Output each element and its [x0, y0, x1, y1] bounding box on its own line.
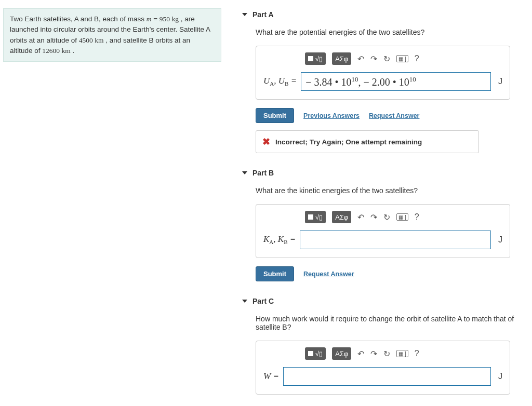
templates-button[interactable]: √▯ — [305, 52, 326, 65]
greek-button[interactable]: ΑΣφ — [332, 347, 351, 360]
part-a-answer-row: UA, UB = − 3.84 • 1010, − 2.00 • 1010 J — [263, 72, 502, 91]
templates-button[interactable]: √▯ — [305, 211, 326, 223]
help-icon[interactable]: ? — [415, 54, 419, 63]
altitude-a: 4500 — [79, 36, 93, 44]
part-a-header[interactable]: Part A — [242, 10, 522, 19]
part-c-header[interactable]: Part C — [242, 297, 522, 305]
mass-value: 950 — [159, 15, 170, 23]
part-a: Part A What are the potential energies o… — [242, 10, 522, 153]
answer-area: Part A What are the potential energies o… — [221, 5, 532, 406]
equation-toolbar: √▯ ΑΣφ ↶ ↷ ↻ ▦ ] ? — [305, 52, 502, 65]
greek-button[interactable]: ΑΣφ — [332, 211, 351, 223]
fraction-icon: √▯ — [315, 350, 323, 358]
equals: = — [151, 15, 159, 23]
part-b-var-label: KA, KB = — [263, 234, 296, 245]
part-b-input[interactable] — [300, 231, 491, 249]
incorrect-icon: ✖ — [262, 136, 270, 147]
undo-icon[interactable]: ↶ — [357, 212, 364, 222]
keyboard-icon[interactable]: ▦ ] — [396, 55, 408, 62]
reset-icon[interactable]: ↻ — [383, 212, 390, 222]
fraction-icon: √▯ — [315, 55, 323, 63]
part-b: Part B What are the kinetic energies of … — [242, 169, 522, 281]
submit-button[interactable]: Submit — [256, 108, 294, 123]
part-a-answer-block: √▯ ΑΣφ ↶ ↷ ↻ ▦ ] ? UA, UB = − 3.84 • 101… — [256, 46, 510, 100]
part-b-answer-block: √▯ ΑΣφ ↶ ↷ ↻ ▦ ] ? KA, KB = J — [256, 204, 510, 258]
km-unit-1: km — [93, 36, 104, 44]
keyboard-icon[interactable]: ▦ ] — [396, 350, 408, 357]
part-a-unit: J — [498, 77, 502, 86]
square-icon — [308, 351, 313, 356]
problem-text-1: Two Earth satellites, A and B, each of m… — [10, 15, 147, 23]
part-b-answer-row: KA, KB = J — [263, 231, 502, 249]
part-a-prompt: What are the potential energies of the t… — [256, 28, 522, 36]
part-c-title: Part C — [252, 297, 274, 305]
caret-down-icon — [242, 13, 247, 16]
caret-down-icon — [242, 171, 247, 174]
redo-icon[interactable]: ↷ — [370, 212, 377, 222]
problem-text-4: . — [71, 47, 75, 55]
part-a-feedback: ✖ Incorrect; Try Again; One attempt rema… — [256, 130, 479, 153]
part-c-prompt: How much work would it require to change… — [256, 315, 522, 331]
part-c: Part C How much work would it require to… — [242, 297, 522, 395]
undo-icon[interactable]: ↶ — [357, 349, 364, 359]
help-icon[interactable]: ? — [415, 212, 419, 222]
part-a-title: Part A — [252, 10, 274, 19]
fraction-icon: √▯ — [315, 213, 323, 221]
part-b-prompt: What are the kinetic energies of the two… — [256, 186, 522, 195]
part-c-answer-row: W = J — [263, 367, 502, 386]
submit-button[interactable]: Submit — [256, 266, 294, 281]
part-a-submit-row: Submit Previous Answers Request Answer — [256, 108, 522, 123]
feedback-text: Incorrect; Try Again; One attempt remain… — [275, 138, 422, 146]
part-c-var-label: W = — [263, 371, 279, 382]
caret-down-icon — [242, 300, 247, 303]
previous-answers-link[interactable]: Previous Answers — [303, 112, 360, 119]
square-icon — [308, 56, 313, 61]
problem-statement: Two Earth satellites, A and B, each of m… — [3, 8, 221, 62]
part-b-header[interactable]: Part B — [242, 169, 522, 177]
part-c-answer-block: √▯ ΑΣφ ↶ ↷ ↻ ▦ ] ? W = J — [256, 341, 510, 395]
request-answer-link[interactable]: Request Answer — [369, 112, 419, 119]
keyboard-icon[interactable]: ▦ ] — [396, 213, 408, 221]
part-a-var-label: UA, UB = — [263, 76, 297, 87]
part-a-input[interactable]: − 3.84 • 1010, − 2.00 • 1010 — [301, 72, 491, 91]
greek-button[interactable]: ΑΣφ — [332, 52, 351, 65]
part-b-unit: J — [498, 235, 502, 245]
mass-unit: kg — [170, 15, 179, 23]
mass-variable: m — [147, 15, 152, 23]
km-unit-2: km — [60, 47, 71, 55]
redo-icon[interactable]: ↷ — [370, 349, 377, 359]
part-c-input[interactable] — [283, 367, 491, 386]
altitude-b: 12600 — [42, 47, 60, 55]
reset-icon[interactable]: ↻ — [383, 349, 390, 359]
part-b-title: Part B — [252, 169, 274, 177]
part-c-unit: J — [498, 372, 502, 381]
part-a-value: − 3.84 • 1010, − 2.00 • 1010 — [305, 75, 416, 88]
templates-button[interactable]: √▯ — [305, 347, 326, 360]
square-icon — [308, 214, 313, 220]
reset-icon[interactable]: ↻ — [383, 54, 390, 64]
request-answer-link[interactable]: Request Answer — [303, 270, 354, 278]
redo-icon[interactable]: ↷ — [370, 54, 377, 64]
part-b-submit-row: Submit Request Answer — [256, 266, 522, 281]
undo-icon[interactable]: ↶ — [357, 54, 364, 64]
equation-toolbar: √▯ ΑΣφ ↶ ↷ ↻ ▦ ] ? — [305, 211, 502, 223]
equation-toolbar: √▯ ΑΣφ ↶ ↷ ↻ ▦ ] ? — [305, 347, 502, 360]
help-icon[interactable]: ? — [415, 349, 419, 358]
